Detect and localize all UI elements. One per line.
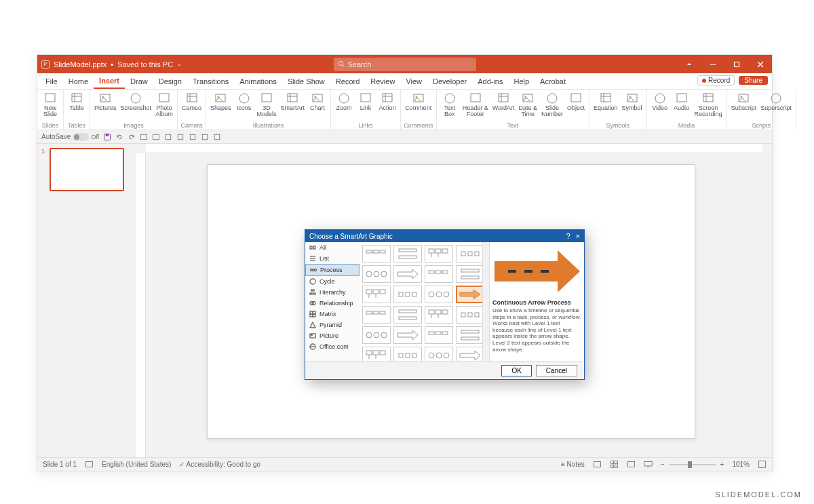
category-list[interactable]: List <box>305 253 360 264</box>
zoom-value[interactable]: 101% <box>732 461 750 468</box>
qat-icon[interactable] <box>140 133 148 141</box>
tab-file[interactable]: File <box>40 73 63 89</box>
ribbon-display-button[interactable] <box>677 55 701 73</box>
record-button[interactable]: Record <box>697 75 735 85</box>
cancel-button[interactable]: Cancel <box>536 365 577 376</box>
gallery-item[interactable] <box>362 245 391 263</box>
ribbon-wordart[interactable]: WordArt <box>491 91 516 122</box>
gallery-item[interactable] <box>393 306 422 324</box>
ribbon-icons[interactable]: Icons <box>234 91 254 122</box>
ribbon--d-models[interactable]: 3DModels <box>256 91 278 122</box>
dialog-close-button[interactable]: × <box>576 232 580 240</box>
ribbon-smartart[interactable]: SmartArt <box>279 91 307 122</box>
status-slide[interactable]: Slide 1 of 1 <box>43 461 77 468</box>
ribbon-text-box[interactable]: TextBox <box>440 91 460 122</box>
category-picture[interactable]: Picture <box>305 330 360 341</box>
ribbon-screen-recording[interactable]: ScreenRecording <box>693 91 724 122</box>
close-button[interactable] <box>748 55 772 73</box>
tab-help[interactable]: Help <box>508 73 535 89</box>
spellcheck-icon[interactable] <box>85 460 94 469</box>
slide-thumbnail-1[interactable] <box>50 148 124 191</box>
ribbon-audio[interactable]: Audio <box>672 91 692 122</box>
category-hierarchy[interactable]: Hierarchy <box>305 287 360 298</box>
ribbon-object[interactable]: Object <box>566 91 586 122</box>
gallery-item[interactable] <box>456 286 484 303</box>
gallery-item[interactable] <box>456 306 484 324</box>
tab-developer[interactable]: Developer <box>427 73 472 89</box>
gallery-item[interactable] <box>425 265 453 283</box>
ribbon-chart[interactable]: Chart <box>307 91 328 122</box>
gallery-item[interactable] <box>456 326 484 344</box>
ribbon-equation[interactable]: Equation <box>592 91 619 122</box>
ribbon-new-slide[interactable]: NewSlide <box>40 91 60 122</box>
gallery-item[interactable] <box>393 265 422 283</box>
tab-home[interactable]: Home <box>63 73 94 89</box>
tab-insert[interactable]: Insert <box>94 73 125 89</box>
gallery-item[interactable] <box>362 265 391 283</box>
gallery-item[interactable] <box>393 326 422 344</box>
tab-record[interactable]: Record <box>330 73 365 89</box>
gallery-item[interactable] <box>362 306 391 324</box>
category-matrix[interactable]: Matrix <box>305 309 360 319</box>
autosave-toggle[interactable]: AutoSave Off <box>41 133 99 141</box>
status-accessibility[interactable]: ✓ Accessibility: Good to go <box>179 461 260 468</box>
qat-icon[interactable] <box>213 133 221 141</box>
undo-icon[interactable] <box>115 133 123 141</box>
gallery-item[interactable] <box>393 286 422 303</box>
notes-button[interactable]: ≡ Notes <box>561 461 585 468</box>
gallery-item[interactable] <box>393 245 422 263</box>
save-status[interactable]: Saved to this PC <box>117 60 173 69</box>
tab-draw[interactable]: Draw <box>125 73 153 89</box>
gallery-item[interactable] <box>425 245 453 263</box>
normal-view-icon[interactable] <box>593 460 602 469</box>
tab-view[interactable]: View <box>400 73 427 89</box>
ribbon-date-time[interactable]: Date &Time <box>518 91 539 122</box>
search-box[interactable]: Search <box>334 58 476 71</box>
redo-icon[interactable] <box>128 133 136 141</box>
category-cycle[interactable]: Cycle <box>305 276 360 287</box>
sorter-view-icon[interactable] <box>610 460 619 469</box>
maximize-button[interactable] <box>724 55 748 73</box>
reading-view-icon[interactable] <box>627 460 636 469</box>
gallery-item[interactable] <box>425 286 453 303</box>
tab-slideshow[interactable]: Slide Show <box>282 73 330 89</box>
tab-animations[interactable]: Animations <box>234 73 282 89</box>
zoom-slider[interactable]: −+ <box>661 461 724 468</box>
tab-design[interactable]: Design <box>153 73 187 89</box>
slideshow-view-icon[interactable] <box>644 460 653 469</box>
gallery-item[interactable] <box>425 326 453 344</box>
category-officecom[interactable]: Office.com <box>305 341 360 352</box>
save-icon[interactable] <box>103 133 111 141</box>
qat-icon[interactable] <box>176 133 185 141</box>
ribbon-pictures[interactable]: Pictures <box>93 91 118 122</box>
ribbon-zoom[interactable]: Zoom <box>334 91 354 122</box>
ribbon-shapes[interactable]: Shapes <box>209 91 233 122</box>
ribbon-screenshot[interactable]: Screenshot <box>119 91 153 122</box>
minimize-button[interactable] <box>701 55 724 73</box>
ribbon-slide-number[interactable]: SlideNumber <box>540 91 564 122</box>
gallery-item[interactable] <box>393 347 422 361</box>
ribbon-comment[interactable]: Comment <box>404 91 433 122</box>
gallery-item[interactable] <box>456 347 484 361</box>
gallery-item[interactable] <box>362 326 391 344</box>
qat-icon[interactable] <box>189 133 197 141</box>
ribbon-subscript[interactable]: Subscript <box>730 91 758 122</box>
tab-acrobat[interactable]: Acrobat <box>535 73 571 89</box>
ribbon-link[interactable]: Link <box>355 91 376 122</box>
gallery-item[interactable] <box>425 306 453 324</box>
tab-transitions[interactable]: Transitions <box>187 73 234 89</box>
ribbon-table[interactable]: Table <box>66 91 87 122</box>
gallery-item[interactable] <box>362 347 391 361</box>
gallery-item[interactable] <box>456 265 484 283</box>
ribbon-symbol[interactable]: Symbol <box>621 91 644 122</box>
gallery-item[interactable] <box>362 286 391 303</box>
category-relationship[interactable]: Relationship <box>305 298 360 309</box>
category-all[interactable]: All <box>305 242 360 253</box>
ribbon-header-footer[interactable]: Header &Footer <box>461 91 490 122</box>
qat-icon[interactable] <box>201 133 209 141</box>
fit-window-icon[interactable] <box>758 460 767 469</box>
gallery-scrollbar[interactable] <box>482 242 489 361</box>
status-language[interactable]: English (United States) <box>102 461 171 468</box>
ribbon-action[interactable]: Action <box>377 91 398 122</box>
ribbon-video[interactable]: Video <box>650 91 670 122</box>
